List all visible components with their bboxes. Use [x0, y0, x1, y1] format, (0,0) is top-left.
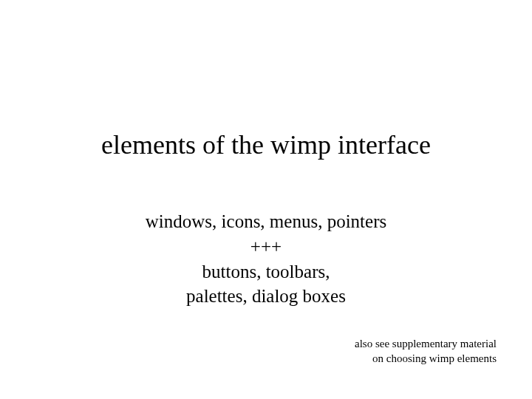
- slide-title: elements of the wimp interface: [0, 129, 532, 160]
- slide-body: windows, icons, menus, pointers +++ butt…: [0, 209, 532, 309]
- slide: elements of the wimp interface windows, …: [0, 0, 532, 399]
- footnote-line-2: on choosing wimp elements: [355, 352, 497, 366]
- slide-footnote: also see supplementary material on choos…: [355, 337, 497, 366]
- footnote-line-1: also see supplementary material: [355, 337, 497, 352]
- body-line-1: windows, icons, menus, pointers: [0, 209, 532, 234]
- body-line-3: buttons, toolbars,: [0, 259, 532, 284]
- body-line-4: palettes, dialog boxes: [0, 284, 532, 309]
- body-line-2: +++: [0, 234, 532, 259]
